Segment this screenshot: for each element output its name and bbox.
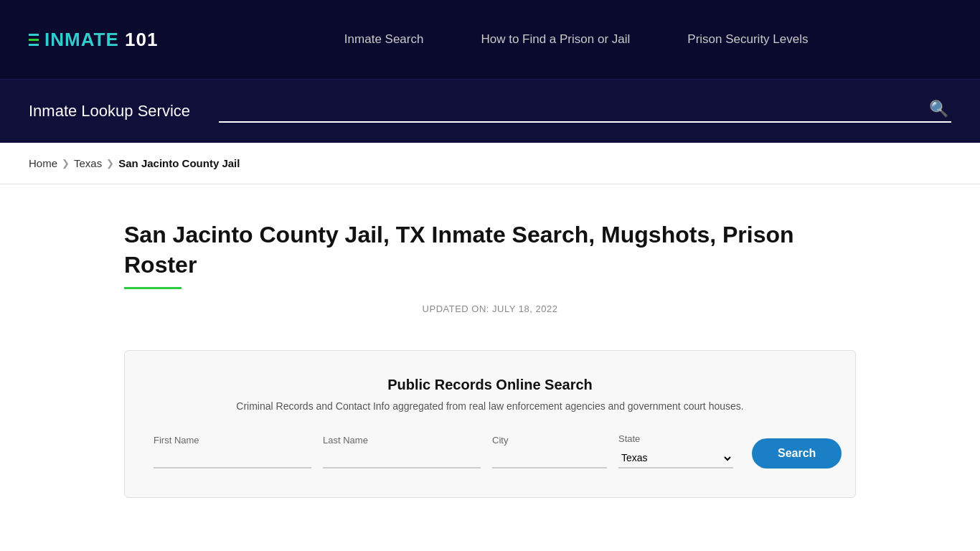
top-navigation: INMATE 101 Inmate Search How to Find a P… (0, 0, 980, 79)
updated-label: UPDATED ON: JULY 18, 2022 (124, 303, 856, 314)
breadcrumb-current: San Jacinto County Jail (118, 157, 240, 169)
search-form-row: First Name Last Name City State AlabamaA… (154, 433, 826, 468)
breadcrumb-state[interactable]: Texas (74, 157, 102, 169)
last-name-group: Last Name (323, 435, 481, 468)
card-description: Criminal Records and Contact Info aggreg… (154, 400, 826, 412)
logo-bar-1 (29, 34, 39, 36)
nav-links: Inmate Search How to Find a Prison or Ja… (344, 32, 809, 47)
breadcrumb-home[interactable]: Home (29, 157, 57, 169)
nav-how-to-find[interactable]: How to Find a Prison or Jail (481, 32, 630, 47)
search-section-label: Inmate Lookup Service (29, 102, 190, 121)
card-title: Public Records Online Search (154, 377, 826, 393)
nav-inmate-search[interactable]: Inmate Search (344, 32, 424, 47)
title-underline (124, 287, 182, 289)
main-content: San Jacinto County Jail, TX Inmate Searc… (95, 184, 885, 541)
search-icon: 🔍 (929, 100, 948, 118)
site-search-button[interactable]: 🔍 (926, 100, 951, 118)
logo-bar-3 (29, 44, 39, 46)
city-input[interactable] (492, 450, 607, 468)
logo-text: INMATE 101 (44, 29, 158, 51)
breadcrumb-sep-2: ❯ (106, 158, 114, 169)
last-name-input[interactable] (323, 450, 481, 468)
logo-suffix: 101 (119, 29, 159, 50)
last-name-label: Last Name (323, 435, 481, 446)
breadcrumb: Home ❯ Texas ❯ San Jacinto County Jail (29, 157, 951, 169)
state-group: State AlabamaAlaskaArizonaArkansasCalifo… (618, 433, 733, 468)
state-label: State (618, 433, 733, 444)
search-input-wrap: 🔍 (219, 100, 951, 123)
search-button[interactable]: Search (752, 438, 842, 468)
logo-bars-icon (29, 34, 39, 46)
first-name-input[interactable] (154, 450, 311, 468)
nav-security-levels[interactable]: Prison Security Levels (687, 32, 808, 47)
breadcrumb-section: Home ❯ Texas ❯ San Jacinto County Jail (0, 143, 980, 184)
city-group: City (492, 435, 607, 468)
site-search-input[interactable] (219, 103, 926, 116)
first-name-group: First Name (154, 435, 311, 468)
first-name-label: First Name (154, 435, 311, 446)
site-logo[interactable]: INMATE 101 (29, 29, 158, 51)
logo-bar-2 (29, 39, 39, 41)
logo-prefix: INMATE (44, 29, 119, 50)
search-section: Inmate Lookup Service 🔍 (0, 79, 980, 143)
search-card: Public Records Online Search Criminal Re… (124, 350, 856, 498)
page-title: San Jacinto County Jail, TX Inmate Searc… (124, 220, 856, 280)
breadcrumb-sep-1: ❯ (62, 158, 70, 169)
city-label: City (492, 435, 607, 446)
state-select[interactable]: AlabamaAlaskaArizonaArkansasCaliforniaCo… (618, 448, 733, 468)
